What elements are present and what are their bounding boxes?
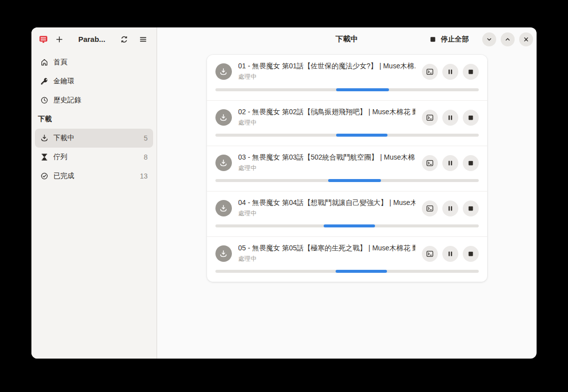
stop-icon [429, 36, 436, 43]
view-log-button[interactable] [422, 155, 438, 171]
download-title: 04 - 無畏魔女 第04話【想戰鬥就讓自己變強大】 | Muse木... [238, 198, 415, 207]
pause-icon [447, 250, 454, 257]
home-icon [40, 58, 48, 66]
progress-bar [215, 224, 479, 227]
stop-icon [467, 114, 474, 121]
window-title: Parab... [70, 35, 114, 43]
sidebar-item-label: 下載中 [53, 134, 74, 143]
sidebar-item-label: 歷史記錄 [53, 96, 81, 105]
stop-all-label: 停止全部 [441, 35, 469, 44]
sidebar-item-home[interactable]: 首頁 [35, 53, 153, 72]
plus-icon [55, 35, 63, 43]
download-status: 處理中 [238, 255, 415, 263]
pause-button[interactable] [442, 64, 458, 80]
download-title: 01 - 無畏魔女 第01話【佐世保的魔法少女?】 | Muse木棉... [238, 62, 415, 71]
retry-all-button[interactable] [116, 32, 133, 47]
terminal-icon [426, 114, 434, 122]
terminal-icon [426, 159, 434, 167]
view-log-button[interactable] [422, 200, 438, 216]
progress-fill [324, 224, 375, 227]
pause-button[interactable] [442, 155, 458, 171]
progress-bar [215, 179, 479, 182]
main-area: 下載中 停止全部 [157, 27, 537, 359]
stop-button[interactable] [463, 155, 479, 171]
sidebar-item-label: 佇列 [53, 153, 67, 162]
key-icon [40, 77, 48, 85]
download-title: 03 - 無畏魔女 第03話【502統合戰鬥航空團】 | Muse木棉... [238, 153, 415, 162]
chevron-up-icon [504, 36, 511, 43]
progress-fill [336, 134, 387, 137]
app-logo-icon [38, 34, 49, 45]
check-circle-icon [40, 172, 48, 180]
stop-icon [467, 68, 474, 75]
download-title: 02 - 無畏魔女 第02話【鴴鳥振翅飛翔吧】 | Muse木棉花 動... [238, 108, 415, 117]
progress-fill [336, 88, 389, 91]
sidebar-header: Parab... [31, 27, 157, 51]
download-avatar-icon [215, 245, 232, 262]
sidebar-section-downloads: 下載 [35, 110, 153, 129]
sidebar-nav: 首頁 金鑰環 歷史記錄 下載 [31, 51, 157, 186]
sidebar: Parab... [31, 27, 157, 359]
page-title: 下載中 [157, 34, 537, 44]
sidebar-item-history[interactable]: 歷史記錄 [35, 91, 153, 110]
hourglass-icon [40, 153, 48, 161]
add-download-button[interactable] [51, 32, 68, 47]
progress-fill [336, 270, 387, 273]
pause-button[interactable] [442, 246, 458, 262]
download-row: 02 - 無畏魔女 第02話【鴴鳥振翅飛翔吧】 | Muse木棉花 動... 處… [207, 100, 487, 146]
history-icon [40, 96, 48, 104]
sidebar-item-label: 已完成 [53, 172, 74, 181]
stop-all-button[interactable]: 停止全部 [424, 32, 474, 46]
progress-bar [215, 88, 479, 91]
download-status: 處理中 [238, 209, 415, 218]
count-badge: 8 [144, 153, 148, 161]
download-row: 01 - 無畏魔女 第01話【佐世保的魔法少女?】 | Muse木棉... 處理… [207, 55, 487, 100]
stop-button[interactable] [463, 64, 479, 80]
download-avatar-icon [215, 155, 232, 171]
pause-icon [447, 160, 454, 167]
download-row: 05 - 無畏魔女 第05話【極寒的生死之戰】 | Muse木棉花 動... 處… [207, 236, 487, 282]
download-icon [40, 134, 48, 142]
downloads-list: 01 - 無畏魔女 第01話【佐世保的魔法少女?】 | Muse木棉... 處理… [207, 55, 487, 282]
stop-button[interactable] [463, 110, 479, 126]
sidebar-item-downloading[interactable]: 下載中 5 [35, 129, 153, 148]
pause-button[interactable] [442, 110, 458, 126]
pause-icon [447, 68, 454, 75]
refresh-icon [120, 35, 128, 43]
progress-bar [215, 270, 479, 273]
pause-icon [447, 205, 454, 212]
count-badge: 5 [144, 134, 148, 142]
terminal-icon [426, 250, 434, 258]
progress-bar [215, 134, 479, 137]
sidebar-item-label: 金鑰環 [53, 77, 74, 86]
count-badge: 13 [140, 172, 148, 180]
view-log-button[interactable] [422, 64, 438, 80]
sidebar-item-completed[interactable]: 已完成 13 [35, 167, 153, 186]
download-status: 處理中 [238, 164, 415, 173]
download-status: 處理中 [238, 119, 415, 127]
download-status: 處理中 [238, 73, 415, 81]
stop-button[interactable] [463, 246, 479, 262]
scroll-to-top-button[interactable] [501, 32, 515, 46]
sidebar-item-queued[interactable]: 佇列 8 [35, 148, 153, 167]
view-log-button[interactable] [422, 246, 438, 262]
stop-icon [467, 160, 474, 167]
stop-button[interactable] [463, 200, 479, 216]
close-pane-button[interactable] [519, 32, 533, 46]
pause-button[interactable] [442, 200, 458, 216]
pause-icon [447, 114, 454, 121]
view-log-button[interactable] [422, 110, 438, 126]
sidebar-item-keyring[interactable]: 金鑰環 [35, 72, 153, 91]
stop-icon [467, 205, 474, 212]
chevron-down-icon [486, 36, 493, 43]
download-avatar-icon [215, 63, 232, 80]
main-menu-button[interactable] [135, 32, 152, 47]
progress-fill [328, 179, 381, 182]
app-window: Parab... [31, 27, 537, 359]
sidebar-item-label: 首頁 [53, 58, 67, 67]
scroll-to-bottom-button[interactable] [482, 32, 496, 46]
download-avatar-icon [215, 109, 232, 126]
hamburger-menu-icon [139, 35, 147, 43]
download-title: 05 - 無畏魔女 第05話【極寒的生死之戰】 | Muse木棉花 動... [238, 244, 415, 253]
stop-icon [467, 250, 474, 257]
